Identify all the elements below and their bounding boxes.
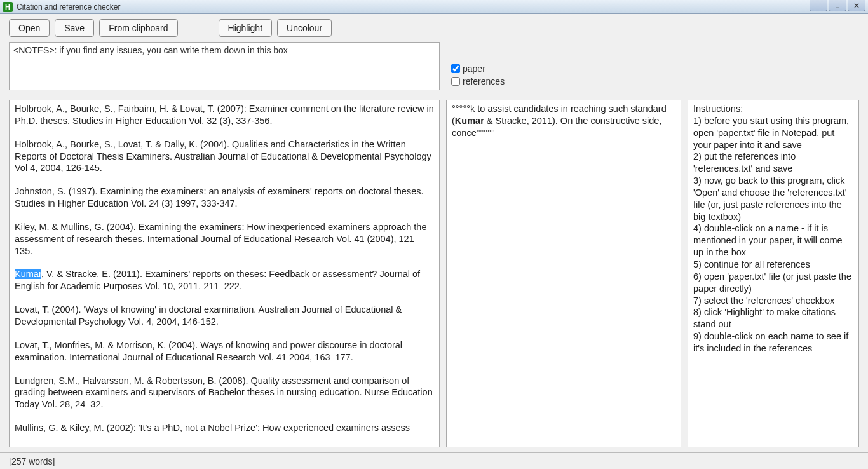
paper-checkbox-label: paper (463, 64, 485, 74)
reference-entry[interactable]: Holbrook, A., Bourke, S., Fairbairn, H. … (15, 103, 434, 127)
references-checkbox[interactable] (451, 77, 460, 86)
instruction-line: 4) double-click on a name - if it is men… (693, 222, 853, 259)
reference-entry[interactable]: Mullins, G. & Kiley, M. (2002): 'It's a … (15, 422, 434, 434)
minimize-button[interactable]: — (810, 0, 827, 11)
highlighted-name[interactable]: Kumar (15, 269, 41, 279)
instruction-line: 1) before you start using this program, … (693, 115, 853, 151)
reference-entry[interactable]: Lundgren, S.M., Halvarsson, M. & Roberts… (15, 375, 434, 411)
titlebar: H Citation and reference checker — □ ✕ (0, 0, 868, 14)
window-controls: — □ ✕ (810, 0, 865, 11)
context-pane[interactable]: °°°°°k to assist candidates in reaching … (446, 100, 681, 447)
toolbar: Open Save From clipboard Highlight Uncol… (0, 14, 868, 42)
paper-checkbox-row[interactable]: paper (451, 64, 505, 74)
app-icon: H (3, 2, 13, 12)
reference-entry[interactable]: Kiley, M. & Mullins, G. (2004). Examinin… (15, 221, 434, 257)
references-pane[interactable]: Holbrook, A., Bourke, S., Fairbairn, H. … (9, 100, 440, 447)
status-bar: [257 words] (0, 452, 868, 469)
context-match: Kumar (455, 116, 484, 126)
word-count: [257 words] (9, 456, 55, 466)
highlight-button[interactable]: Highlight (219, 19, 272, 37)
instruction-line: 3) now, go back to this program, click '… (693, 175, 853, 222)
instruction-line: 2) put the references into 'references.t… (693, 151, 853, 175)
context-text: °°°°°k to assist candidates in reaching … (452, 104, 667, 138)
uncolour-button[interactable]: Uncolour (277, 19, 332, 37)
open-button[interactable]: Open (9, 19, 50, 37)
instructions-heading: Instructions: (693, 103, 853, 115)
notes-textarea[interactable] (9, 42, 440, 90)
reference-entry[interactable]: Holbrook, A., Bourke, S., Lovat, T. & Da… (15, 139, 434, 175)
instruction-line: 8) click 'Highlight' to make citations s… (693, 306, 853, 330)
window-title: Citation and reference checker (17, 3, 120, 11)
reference-entry[interactable]: Johnston, S. (1997). Examining the exami… (15, 186, 434, 210)
reference-entry[interactable]: Lovat, T. (2004). 'Ways of knowing' in d… (15, 304, 434, 328)
instruction-line: 7) select the 'references' checkbox (693, 295, 853, 307)
reference-entry[interactable]: Lovat, T., Monfries, M. & Morrison, K. (… (15, 339, 434, 364)
maximize-button[interactable]: □ (829, 0, 846, 11)
from-clipboard-button[interactable]: From clipboard (99, 19, 177, 37)
view-checkboxes: paper references (451, 64, 505, 86)
close-button[interactable]: ✕ (848, 0, 865, 11)
main-area: Holbrook, A., Bourke, S., Fairbairn, H. … (0, 96, 868, 452)
instruction-line: 6) open 'paper.txt' file (or just paste … (693, 271, 853, 295)
instruction-line: 9) double-click on each name to see if i… (693, 330, 853, 355)
instructions-pane[interactable]: Instructions: 1) before you start using … (688, 100, 859, 447)
save-button[interactable]: Save (55, 19, 94, 37)
references-checkbox-row[interactable]: references (451, 76, 505, 86)
instruction-line: 5) continue for all references (693, 259, 853, 271)
references-checkbox-label: references (463, 76, 505, 86)
paper-checkbox[interactable] (451, 64, 460, 73)
reference-entry[interactable]: Kumar, V. & Stracke, E. (2011). Examiner… (15, 268, 434, 292)
